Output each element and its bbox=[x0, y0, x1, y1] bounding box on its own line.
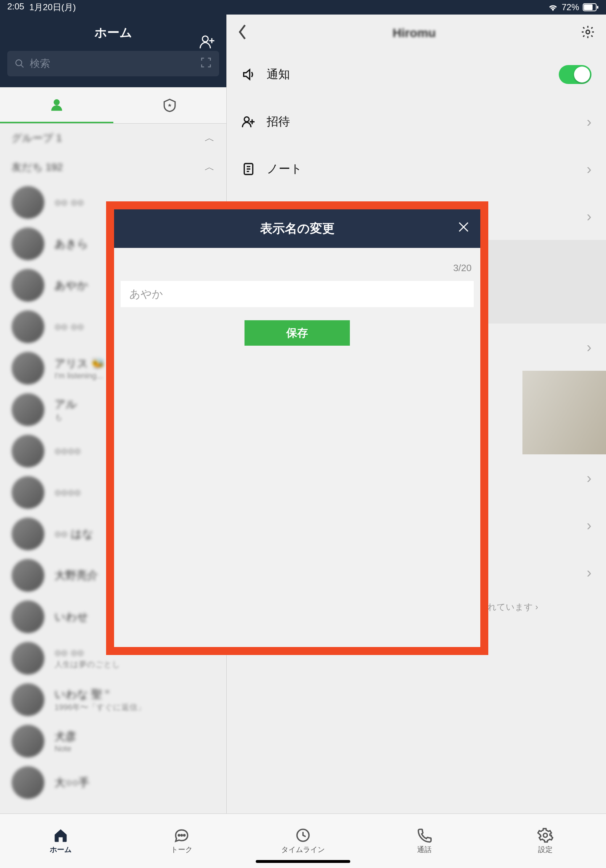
modal-title: 表示名の変更 bbox=[260, 220, 335, 237]
battery-icon bbox=[583, 3, 599, 11]
status-bar: 2:05 1月20日(月) 72% bbox=[0, 0, 606, 14]
status-battery-pct: 72% bbox=[562, 2, 579, 12]
edit-display-name-modal: 表示名の変更 3/20 保存 bbox=[114, 209, 480, 647]
modal-header: 表示名の変更 bbox=[114, 209, 480, 248]
modal-body: 3/20 保存 bbox=[114, 248, 480, 647]
wifi-icon bbox=[548, 3, 558, 11]
close-icon bbox=[457, 221, 470, 234]
save-button[interactable]: 保存 bbox=[244, 320, 350, 346]
svg-rect-2 bbox=[597, 6, 598, 9]
close-button[interactable] bbox=[457, 221, 470, 237]
display-name-input[interactable] bbox=[121, 281, 474, 307]
modal-overlay: 表示名の変更 3/20 保存 bbox=[0, 14, 606, 868]
modal-highlight-frame: 表示名の変更 3/20 保存 bbox=[106, 202, 488, 655]
status-date: 1月20日(月) bbox=[29, 2, 76, 13]
svg-rect-1 bbox=[584, 5, 592, 10]
char-count: 3/20 bbox=[121, 259, 474, 281]
status-time: 2:05 bbox=[7, 2, 24, 13]
